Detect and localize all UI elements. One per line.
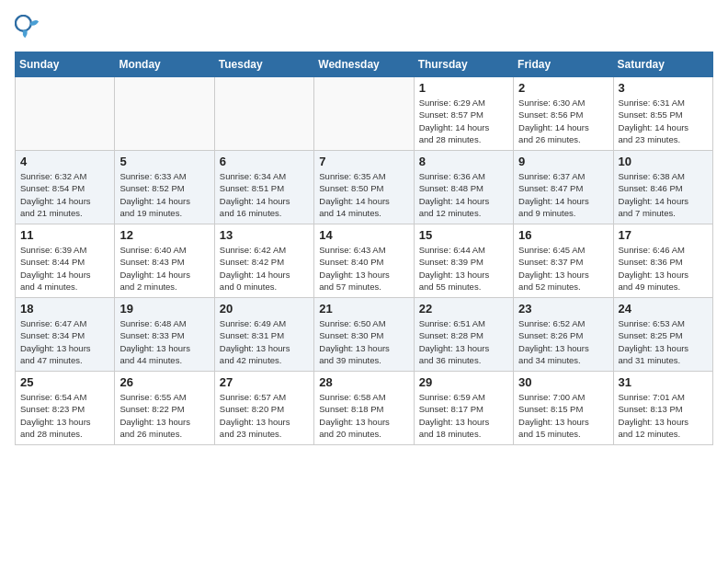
calendar-cell: 2Sunrise: 6:30 AM Sunset: 8:56 PM Daylig… — [514, 77, 613, 151]
calendar-cell: 28Sunrise: 6:58 AM Sunset: 8:18 PM Dayli… — [314, 372, 414, 445]
calendar-cell: 30Sunrise: 7:00 AM Sunset: 8:15 PM Dayli… — [514, 372, 613, 445]
day-number: 5 — [119, 155, 209, 168]
day-number: 21 — [319, 302, 408, 316]
day-number: 17 — [619, 228, 708, 242]
day-info: Sunrise: 6:42 AM Sunset: 8:42 PM Dayligh… — [220, 244, 309, 293]
day-info: Sunrise: 6:43 AM Sunset: 8:40 PM Dayligh… — [319, 244, 408, 293]
day-info: Sunrise: 6:38 AM Sunset: 8:46 PM Dayligh… — [619, 170, 708, 219]
calendar-cell: 18Sunrise: 6:47 AM Sunset: 8:34 PM Dayli… — [16, 298, 115, 372]
logo-icon — [15, 15, 40, 40]
page-header — [15, 15, 713, 40]
weekday-header-friday: Friday — [514, 52, 613, 77]
calendar-cell: 21Sunrise: 6:50 AM Sunset: 8:30 PM Dayli… — [314, 298, 414, 372]
day-info: Sunrise: 6:44 AM Sunset: 8:39 PM Dayligh… — [419, 244, 508, 293]
day-info: Sunrise: 6:40 AM Sunset: 8:43 PM Dayligh… — [119, 244, 209, 293]
calendar-week-4: 18Sunrise: 6:47 AM Sunset: 8:34 PM Dayli… — [16, 298, 713, 372]
day-number: 19 — [119, 302, 209, 316]
calendar-cell — [314, 77, 414, 151]
day-number: 13 — [220, 228, 309, 242]
calendar-cell: 8Sunrise: 6:36 AM Sunset: 8:48 PM Daylig… — [414, 151, 513, 224]
day-info: Sunrise: 7:01 AM Sunset: 8:13 PM Dayligh… — [619, 391, 708, 440]
day-number: 1 — [419, 81, 508, 95]
day-info: Sunrise: 6:46 AM Sunset: 8:36 PM Dayligh… — [619, 244, 708, 293]
calendar-week-1: 1Sunrise: 6:29 AM Sunset: 8:57 PM Daylig… — [16, 77, 713, 151]
calendar-cell: 6Sunrise: 6:34 AM Sunset: 8:51 PM Daylig… — [214, 151, 313, 224]
day-number: 31 — [619, 375, 708, 389]
calendar-cell — [214, 77, 313, 151]
calendar-week-2: 4Sunrise: 6:32 AM Sunset: 8:54 PM Daylig… — [16, 151, 713, 224]
day-number: 4 — [20, 155, 109, 168]
day-number: 7 — [319, 155, 408, 168]
calendar-cell: 25Sunrise: 6:54 AM Sunset: 8:23 PM Dayli… — [16, 372, 115, 445]
calendar-cell: 17Sunrise: 6:46 AM Sunset: 8:36 PM Dayli… — [613, 224, 712, 298]
calendar-cell: 3Sunrise: 6:31 AM Sunset: 8:55 PM Daylig… — [613, 77, 712, 151]
day-number: 28 — [319, 375, 408, 389]
logo — [15, 15, 44, 40]
day-number: 14 — [319, 228, 408, 242]
calendar-header-row: SundayMondayTuesdayWednesdayThursdayFrid… — [16, 52, 713, 77]
day-number: 30 — [518, 375, 608, 389]
calendar-cell: 10Sunrise: 6:38 AM Sunset: 8:46 PM Dayli… — [613, 151, 712, 224]
weekday-header-wednesday: Wednesday — [314, 52, 414, 77]
calendar-cell: 26Sunrise: 6:55 AM Sunset: 8:22 PM Dayli… — [115, 372, 214, 445]
calendar-cell: 27Sunrise: 6:57 AM Sunset: 8:20 PM Dayli… — [214, 372, 313, 445]
day-info: Sunrise: 6:50 AM Sunset: 8:30 PM Dayligh… — [319, 317, 408, 366]
day-info: Sunrise: 6:51 AM Sunset: 8:28 PM Dayligh… — [419, 317, 508, 366]
day-info: Sunrise: 6:57 AM Sunset: 8:20 PM Dayligh… — [220, 391, 309, 440]
calendar-cell: 20Sunrise: 6:49 AM Sunset: 8:31 PM Dayli… — [214, 298, 313, 372]
day-info: Sunrise: 6:52 AM Sunset: 8:26 PM Dayligh… — [518, 317, 608, 366]
day-info: Sunrise: 7:00 AM Sunset: 8:15 PM Dayligh… — [518, 391, 608, 440]
day-info: Sunrise: 6:59 AM Sunset: 8:17 PM Dayligh… — [419, 391, 508, 440]
calendar-cell: 14Sunrise: 6:43 AM Sunset: 8:40 PM Dayli… — [314, 224, 414, 298]
calendar-week-5: 25Sunrise: 6:54 AM Sunset: 8:23 PM Dayli… — [16, 372, 713, 445]
calendar-table: SundayMondayTuesdayWednesdayThursdayFrid… — [15, 52, 713, 445]
day-number: 22 — [419, 302, 508, 316]
day-number: 12 — [119, 228, 209, 242]
day-number: 3 — [619, 81, 708, 95]
weekday-header-sunday: Sunday — [16, 52, 115, 77]
day-info: Sunrise: 6:34 AM Sunset: 8:51 PM Dayligh… — [220, 170, 309, 219]
weekday-header-tuesday: Tuesday — [214, 52, 313, 77]
day-info: Sunrise: 6:55 AM Sunset: 8:22 PM Dayligh… — [119, 391, 209, 440]
calendar-cell: 15Sunrise: 6:44 AM Sunset: 8:39 PM Dayli… — [414, 224, 513, 298]
day-number: 24 — [619, 302, 708, 316]
day-info: Sunrise: 6:32 AM Sunset: 8:54 PM Dayligh… — [20, 170, 109, 219]
weekday-header-thursday: Thursday — [414, 52, 513, 77]
day-number: 9 — [518, 155, 608, 168]
day-info: Sunrise: 6:49 AM Sunset: 8:31 PM Dayligh… — [220, 317, 309, 366]
weekday-header-monday: Monday — [115, 52, 214, 77]
day-number: 2 — [518, 81, 608, 95]
calendar-cell: 4Sunrise: 6:32 AM Sunset: 8:54 PM Daylig… — [16, 151, 115, 224]
calendar-cell: 11Sunrise: 6:39 AM Sunset: 8:44 PM Dayli… — [16, 224, 115, 298]
day-info: Sunrise: 6:45 AM Sunset: 8:37 PM Dayligh… — [518, 244, 608, 293]
calendar-cell — [115, 77, 214, 151]
calendar-cell — [16, 77, 115, 151]
calendar-week-3: 11Sunrise: 6:39 AM Sunset: 8:44 PM Dayli… — [16, 224, 713, 298]
day-info: Sunrise: 6:30 AM Sunset: 8:56 PM Dayligh… — [518, 97, 608, 145]
day-number: 25 — [20, 375, 109, 389]
day-info: Sunrise: 6:37 AM Sunset: 8:47 PM Dayligh… — [518, 170, 608, 219]
calendar-cell: 31Sunrise: 7:01 AM Sunset: 8:13 PM Dayli… — [613, 372, 712, 445]
weekday-header-saturday: Saturday — [613, 52, 712, 77]
calendar-cell: 24Sunrise: 6:53 AM Sunset: 8:25 PM Dayli… — [613, 298, 712, 372]
svg-point-0 — [16, 16, 31, 31]
day-number: 16 — [518, 228, 608, 242]
day-number: 27 — [220, 375, 309, 389]
day-info: Sunrise: 6:58 AM Sunset: 8:18 PM Dayligh… — [319, 391, 408, 440]
day-info: Sunrise: 6:39 AM Sunset: 8:44 PM Dayligh… — [20, 244, 109, 293]
day-number: 20 — [220, 302, 309, 316]
calendar-cell: 16Sunrise: 6:45 AM Sunset: 8:37 PM Dayli… — [514, 224, 613, 298]
day-number: 8 — [419, 155, 508, 168]
day-number: 11 — [20, 228, 109, 242]
day-info: Sunrise: 6:36 AM Sunset: 8:48 PM Dayligh… — [419, 170, 508, 219]
day-number: 10 — [619, 155, 708, 168]
calendar-cell: 19Sunrise: 6:48 AM Sunset: 8:33 PM Dayli… — [115, 298, 214, 372]
day-info: Sunrise: 6:53 AM Sunset: 8:25 PM Dayligh… — [619, 317, 708, 366]
day-number: 26 — [119, 375, 209, 389]
day-number: 23 — [518, 302, 608, 316]
day-number: 6 — [220, 155, 309, 168]
day-number: 18 — [20, 302, 109, 316]
day-info: Sunrise: 6:31 AM Sunset: 8:55 PM Dayligh… — [619, 97, 708, 145]
calendar-cell: 29Sunrise: 6:59 AM Sunset: 8:17 PM Dayli… — [414, 372, 513, 445]
day-info: Sunrise: 6:33 AM Sunset: 8:52 PM Dayligh… — [119, 170, 209, 219]
